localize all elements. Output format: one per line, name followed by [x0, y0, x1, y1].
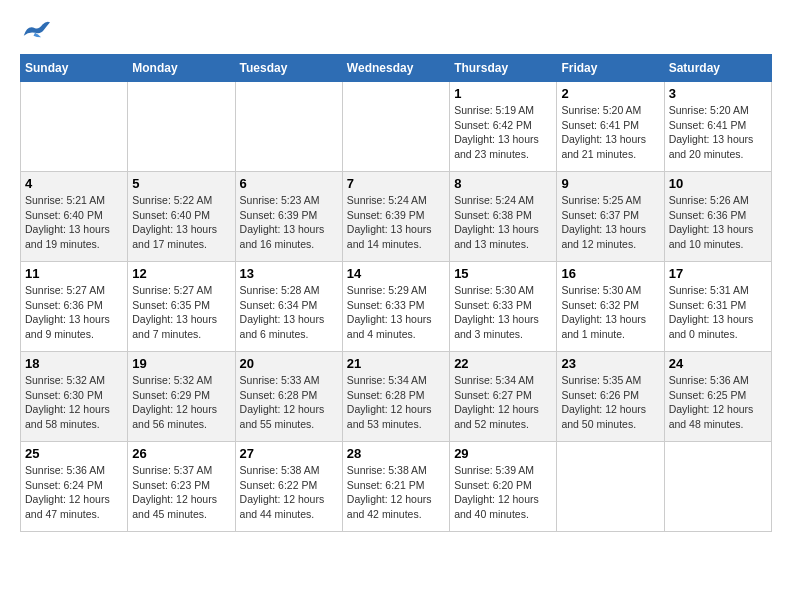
- day-info: Sunrise: 5:27 AM Sunset: 6:35 PM Dayligh…: [132, 283, 230, 342]
- logo: [20, 20, 54, 44]
- day-info: Sunrise: 5:38 AM Sunset: 6:22 PM Dayligh…: [240, 463, 338, 522]
- calendar-week-1: 1Sunrise: 5:19 AM Sunset: 6:42 PM Daylig…: [21, 82, 772, 172]
- day-info: Sunrise: 5:29 AM Sunset: 6:33 PM Dayligh…: [347, 283, 445, 342]
- day-number: 29: [454, 446, 552, 461]
- calendar-cell: 4Sunrise: 5:21 AM Sunset: 6:40 PM Daylig…: [21, 172, 128, 262]
- day-info: Sunrise: 5:34 AM Sunset: 6:27 PM Dayligh…: [454, 373, 552, 432]
- day-info: Sunrise: 5:23 AM Sunset: 6:39 PM Dayligh…: [240, 193, 338, 252]
- day-number: 2: [561, 86, 659, 101]
- day-number: 27: [240, 446, 338, 461]
- calendar-cell: 28Sunrise: 5:38 AM Sunset: 6:21 PM Dayli…: [342, 442, 449, 532]
- weekday-header-saturday: Saturday: [664, 55, 771, 82]
- day-info: Sunrise: 5:19 AM Sunset: 6:42 PM Dayligh…: [454, 103, 552, 162]
- day-info: Sunrise: 5:38 AM Sunset: 6:21 PM Dayligh…: [347, 463, 445, 522]
- day-number: 7: [347, 176, 445, 191]
- day-number: 26: [132, 446, 230, 461]
- weekday-header-friday: Friday: [557, 55, 664, 82]
- calendar-cell: 21Sunrise: 5:34 AM Sunset: 6:28 PM Dayli…: [342, 352, 449, 442]
- calendar-week-3: 11Sunrise: 5:27 AM Sunset: 6:36 PM Dayli…: [21, 262, 772, 352]
- calendar-cell: [21, 82, 128, 172]
- day-info: Sunrise: 5:28 AM Sunset: 6:34 PM Dayligh…: [240, 283, 338, 342]
- calendar-cell: 15Sunrise: 5:30 AM Sunset: 6:33 PM Dayli…: [450, 262, 557, 352]
- calendar-cell: 19Sunrise: 5:32 AM Sunset: 6:29 PM Dayli…: [128, 352, 235, 442]
- day-number: 15: [454, 266, 552, 281]
- calendar-cell: 10Sunrise: 5:26 AM Sunset: 6:36 PM Dayli…: [664, 172, 771, 262]
- calendar-cell: 29Sunrise: 5:39 AM Sunset: 6:20 PM Dayli…: [450, 442, 557, 532]
- calendar-cell: [664, 442, 771, 532]
- day-number: 17: [669, 266, 767, 281]
- calendar-cell: 17Sunrise: 5:31 AM Sunset: 6:31 PM Dayli…: [664, 262, 771, 352]
- calendar-cell: 26Sunrise: 5:37 AM Sunset: 6:23 PM Dayli…: [128, 442, 235, 532]
- calendar-cell: 1Sunrise: 5:19 AM Sunset: 6:42 PM Daylig…: [450, 82, 557, 172]
- day-number: 12: [132, 266, 230, 281]
- day-info: Sunrise: 5:20 AM Sunset: 6:41 PM Dayligh…: [561, 103, 659, 162]
- day-number: 5: [132, 176, 230, 191]
- calendar-cell: 18Sunrise: 5:32 AM Sunset: 6:30 PM Dayli…: [21, 352, 128, 442]
- calendar-cell: 20Sunrise: 5:33 AM Sunset: 6:28 PM Dayli…: [235, 352, 342, 442]
- day-info: Sunrise: 5:35 AM Sunset: 6:26 PM Dayligh…: [561, 373, 659, 432]
- day-number: 3: [669, 86, 767, 101]
- day-number: 8: [454, 176, 552, 191]
- day-number: 10: [669, 176, 767, 191]
- day-info: Sunrise: 5:30 AM Sunset: 6:33 PM Dayligh…: [454, 283, 552, 342]
- weekday-header-tuesday: Tuesday: [235, 55, 342, 82]
- day-info: Sunrise: 5:27 AM Sunset: 6:36 PM Dayligh…: [25, 283, 123, 342]
- calendar-cell: 13Sunrise: 5:28 AM Sunset: 6:34 PM Dayli…: [235, 262, 342, 352]
- day-number: 28: [347, 446, 445, 461]
- logo-bird-icon: [20, 20, 50, 44]
- day-info: Sunrise: 5:31 AM Sunset: 6:31 PM Dayligh…: [669, 283, 767, 342]
- day-number: 18: [25, 356, 123, 371]
- calendar-cell: 27Sunrise: 5:38 AM Sunset: 6:22 PM Dayli…: [235, 442, 342, 532]
- day-number: 16: [561, 266, 659, 281]
- calendar-cell: 12Sunrise: 5:27 AM Sunset: 6:35 PM Dayli…: [128, 262, 235, 352]
- weekday-header-monday: Monday: [128, 55, 235, 82]
- day-number: 25: [25, 446, 123, 461]
- day-info: Sunrise: 5:30 AM Sunset: 6:32 PM Dayligh…: [561, 283, 659, 342]
- day-number: 1: [454, 86, 552, 101]
- calendar-cell: 16Sunrise: 5:30 AM Sunset: 6:32 PM Dayli…: [557, 262, 664, 352]
- weekday-header-sunday: Sunday: [21, 55, 128, 82]
- weekday-header-wednesday: Wednesday: [342, 55, 449, 82]
- day-number: 22: [454, 356, 552, 371]
- weekday-header-thursday: Thursday: [450, 55, 557, 82]
- day-number: 4: [25, 176, 123, 191]
- page-header: [20, 20, 772, 44]
- day-number: 24: [669, 356, 767, 371]
- day-info: Sunrise: 5:26 AM Sunset: 6:36 PM Dayligh…: [669, 193, 767, 252]
- day-info: Sunrise: 5:32 AM Sunset: 6:30 PM Dayligh…: [25, 373, 123, 432]
- calendar-week-5: 25Sunrise: 5:36 AM Sunset: 6:24 PM Dayli…: [21, 442, 772, 532]
- calendar-cell: 24Sunrise: 5:36 AM Sunset: 6:25 PM Dayli…: [664, 352, 771, 442]
- calendar-cell: 7Sunrise: 5:24 AM Sunset: 6:39 PM Daylig…: [342, 172, 449, 262]
- calendar-cell: [342, 82, 449, 172]
- calendar-cell: [235, 82, 342, 172]
- calendar-cell: 11Sunrise: 5:27 AM Sunset: 6:36 PM Dayli…: [21, 262, 128, 352]
- calendar-cell: 23Sunrise: 5:35 AM Sunset: 6:26 PM Dayli…: [557, 352, 664, 442]
- calendar-cell: 5Sunrise: 5:22 AM Sunset: 6:40 PM Daylig…: [128, 172, 235, 262]
- day-number: 14: [347, 266, 445, 281]
- calendar-cell: 14Sunrise: 5:29 AM Sunset: 6:33 PM Dayli…: [342, 262, 449, 352]
- day-number: 23: [561, 356, 659, 371]
- day-info: Sunrise: 5:33 AM Sunset: 6:28 PM Dayligh…: [240, 373, 338, 432]
- day-info: Sunrise: 5:32 AM Sunset: 6:29 PM Dayligh…: [132, 373, 230, 432]
- day-info: Sunrise: 5:36 AM Sunset: 6:25 PM Dayligh…: [669, 373, 767, 432]
- day-info: Sunrise: 5:36 AM Sunset: 6:24 PM Dayligh…: [25, 463, 123, 522]
- day-number: 9: [561, 176, 659, 191]
- calendar-cell: 6Sunrise: 5:23 AM Sunset: 6:39 PM Daylig…: [235, 172, 342, 262]
- day-info: Sunrise: 5:21 AM Sunset: 6:40 PM Dayligh…: [25, 193, 123, 252]
- calendar-cell: 3Sunrise: 5:20 AM Sunset: 6:41 PM Daylig…: [664, 82, 771, 172]
- calendar-cell: 25Sunrise: 5:36 AM Sunset: 6:24 PM Dayli…: [21, 442, 128, 532]
- day-number: 6: [240, 176, 338, 191]
- day-info: Sunrise: 5:24 AM Sunset: 6:39 PM Dayligh…: [347, 193, 445, 252]
- calendar-table: SundayMondayTuesdayWednesdayThursdayFrid…: [20, 54, 772, 532]
- day-number: 20: [240, 356, 338, 371]
- day-number: 11: [25, 266, 123, 281]
- day-number: 19: [132, 356, 230, 371]
- day-info: Sunrise: 5:37 AM Sunset: 6:23 PM Dayligh…: [132, 463, 230, 522]
- day-info: Sunrise: 5:22 AM Sunset: 6:40 PM Dayligh…: [132, 193, 230, 252]
- calendar-cell: [128, 82, 235, 172]
- calendar-cell: 2Sunrise: 5:20 AM Sunset: 6:41 PM Daylig…: [557, 82, 664, 172]
- calendar-cell: 8Sunrise: 5:24 AM Sunset: 6:38 PM Daylig…: [450, 172, 557, 262]
- day-info: Sunrise: 5:20 AM Sunset: 6:41 PM Dayligh…: [669, 103, 767, 162]
- day-info: Sunrise: 5:34 AM Sunset: 6:28 PM Dayligh…: [347, 373, 445, 432]
- day-info: Sunrise: 5:24 AM Sunset: 6:38 PM Dayligh…: [454, 193, 552, 252]
